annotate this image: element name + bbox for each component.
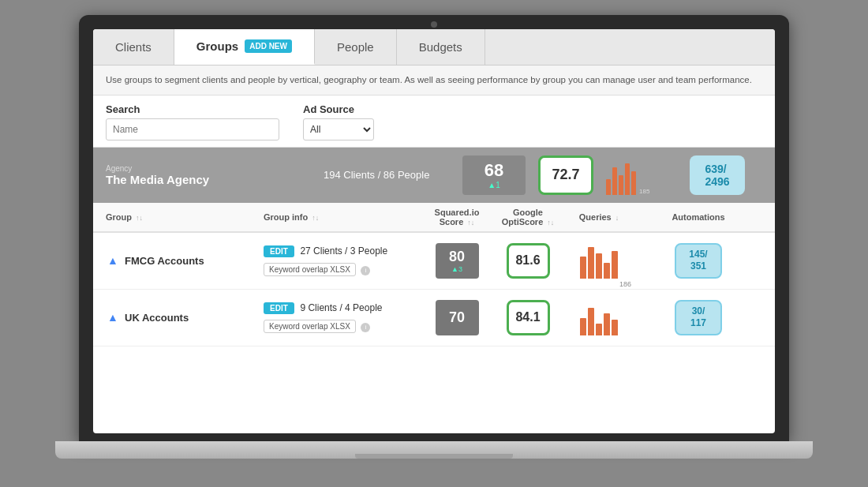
agency-opti-box: 72.7 — [538, 155, 593, 195]
google-ads-icon-uk: ▲ — [106, 310, 120, 324]
score-num-fmcg: 80 — [449, 249, 465, 265]
auto-box-fmcg: 145/351 — [675, 243, 722, 279]
search-label: Search — [106, 103, 279, 115]
cell-score-uk: 70 — [421, 300, 492, 335]
cell-queries-fmcg: 186 — [563, 243, 634, 279]
agency-bar-1 — [606, 179, 611, 195]
score-box-uk: 70 — [436, 300, 479, 335]
laptop-screen: Clients Groups ADD NEW People Budgets — [93, 29, 775, 433]
agency-label: Agency — [106, 164, 311, 173]
ad-source-label: Ad Source — [303, 103, 374, 115]
opti-num-uk: 84.1 — [515, 310, 540, 324]
app-container: Clients Groups ADD NEW People Budgets — [93, 29, 775, 433]
agency-score-delta: ▲1 — [488, 181, 499, 189]
query-bar-4 — [604, 263, 610, 279]
col-header-queries[interactable]: Queries ↓ — [563, 212, 634, 222]
group-name-uk: UK Accounts — [125, 312, 189, 324]
edit-button-uk[interactable]: EDIT — [264, 302, 294, 314]
agency-bar-5 — [631, 171, 636, 195]
column-headers: Group ↑↓ Group info ↑↓ Squared.io Score … — [93, 203, 775, 233]
agency-row: Agency The Media Agency 194 Clients / 86… — [93, 148, 775, 203]
sort-icon-score: ↑↓ — [467, 219, 474, 227]
sort-icon-queries: ↓ — [615, 214, 619, 222]
agency-auto-box: 639/2496 — [690, 155, 745, 195]
query-bar-3 — [596, 253, 602, 279]
query-bar-uk-1 — [580, 318, 586, 335]
sort-icon-group: ↑↓ — [136, 214, 143, 222]
opti-box-uk: 84.1 — [507, 300, 550, 335]
agency-bar-2 — [612, 167, 617, 195]
filter-bar: Search Ad Source All — [93, 96, 775, 148]
cell-info-uk: EDIT 9 Clients / 4 People Keyword overla… — [264, 302, 421, 333]
description-bar: Use groups to segment clients and people… — [93, 66, 775, 96]
sort-icon-info: ↑↓ — [312, 214, 319, 222]
cell-info-fmcg: EDIT 27 Clients / 3 People Keyword overl… — [264, 245, 421, 276]
info-dot-fmcg: i — [361, 266, 370, 275]
table-row: ▲ UK Accounts EDIT 9 Clients / 4 People … — [93, 290, 775, 347]
table-row: ▲ FMCG Accounts EDIT 27 Clients / 3 Peop… — [93, 233, 775, 290]
col-header-group[interactable]: Group ↑↓ — [106, 212, 264, 222]
agency-auto-num: 639/2496 — [705, 163, 729, 188]
cell-opti-uk: 84.1 — [492, 300, 563, 335]
tab-budgets[interactable]: Budgets — [397, 29, 485, 65]
score-box-fmcg: 80 ▲3 — [436, 243, 479, 279]
query-bar-5 — [612, 251, 618, 279]
table-wrapper: Agency The Media Agency 194 Clients / 86… — [93, 148, 775, 433]
agency-bar-3 — [619, 175, 623, 195]
cell-opti-fmcg: 81.6 — [492, 243, 563, 279]
agency-queries-label: 185 — [639, 188, 649, 195]
info-dot-uk: i — [361, 323, 370, 332]
keyword-overlap-btn-fmcg[interactable]: Keyword overlap XLSX — [264, 263, 356, 276]
clients-info-fmcg: 27 Clients / 3 People — [300, 245, 387, 257]
agency-score-num: 68 — [485, 160, 503, 181]
col-header-automations[interactable]: Automations — [634, 212, 762, 222]
opti-num-fmcg: 81.6 — [515, 253, 540, 268]
auto-box-uk: 30/117 — [675, 300, 722, 335]
laptop-camera-icon — [431, 21, 437, 28]
laptop-bezel: Clients Groups ADD NEW People Budgets — [79, 15, 789, 441]
ad-source-select[interactable]: All — [303, 118, 374, 140]
auto-num-fmcg: 145/351 — [689, 249, 707, 273]
tab-bar: Clients Groups ADD NEW People Budgets — [93, 29, 775, 66]
agency-group-info: 194 Clients / 86 People — [324, 169, 450, 181]
agency-queries-box: 185 — [606, 155, 677, 195]
col-header-opti[interactable]: Google OptiScore ↑↓ — [492, 208, 563, 227]
tab-groups[interactable]: Groups ADD NEW — [174, 29, 315, 65]
edit-button-fmcg[interactable]: EDIT — [264, 245, 294, 257]
tab-clients[interactable]: Clients — [93, 29, 174, 65]
cell-queries-uk — [563, 300, 634, 335]
queries-label-fmcg: 186 — [619, 280, 631, 288]
agency-opti-num: 72.7 — [552, 167, 579, 183]
query-bar-uk-2 — [588, 308, 594, 335]
col-header-score[interactable]: Squared.io Score ↑↓ — [421, 208, 492, 227]
auto-num-uk: 30/117 — [690, 305, 706, 330]
score-delta-fmcg: ▲3 — [451, 265, 462, 273]
ad-source-group: Ad Source All — [303, 103, 374, 140]
search-input[interactable] — [106, 118, 279, 140]
clients-info-uk: 9 Clients / 4 People — [300, 302, 382, 313]
laptop-base — [55, 441, 813, 459]
google-ads-icon-fmcg: ▲ — [106, 253, 120, 268]
agency-bar-4 — [625, 163, 630, 195]
cell-auto-fmcg: 145/351 — [634, 243, 762, 279]
keyword-overlap-btn-uk[interactable]: Keyword overlap XLSX — [264, 320, 356, 333]
search-group: Search — [106, 103, 279, 140]
description-text: Use groups to segment clients and people… — [106, 75, 752, 84]
cell-group-uk: ▲ UK Accounts — [106, 310, 264, 324]
score-num-uk: 70 — [449, 309, 465, 326]
opti-box-fmcg: 81.6 — [507, 243, 550, 279]
agency-info: Agency The Media Agency — [106, 164, 311, 186]
cell-group-fmcg: ▲ FMCG Accounts — [106, 253, 264, 268]
query-bar-uk-4 — [604, 313, 610, 335]
query-bar-2 — [588, 247, 594, 279]
tab-people[interactable]: People — [315, 29, 397, 65]
cell-score-fmcg: 80 ▲3 — [421, 243, 492, 279]
query-bar-1 — [580, 257, 586, 279]
col-header-info[interactable]: Group info ↑↓ — [264, 212, 421, 222]
laptop-outer: Clients Groups ADD NEW People Budgets — [55, 15, 813, 473]
agency-score-box: 68 ▲1 — [462, 155, 526, 195]
cell-auto-uk: 30/117 — [634, 300, 762, 335]
query-bar-uk-3 — [596, 324, 602, 335]
add-new-button[interactable]: ADD NEW — [245, 39, 292, 53]
query-bar-uk-5 — [612, 320, 618, 335]
